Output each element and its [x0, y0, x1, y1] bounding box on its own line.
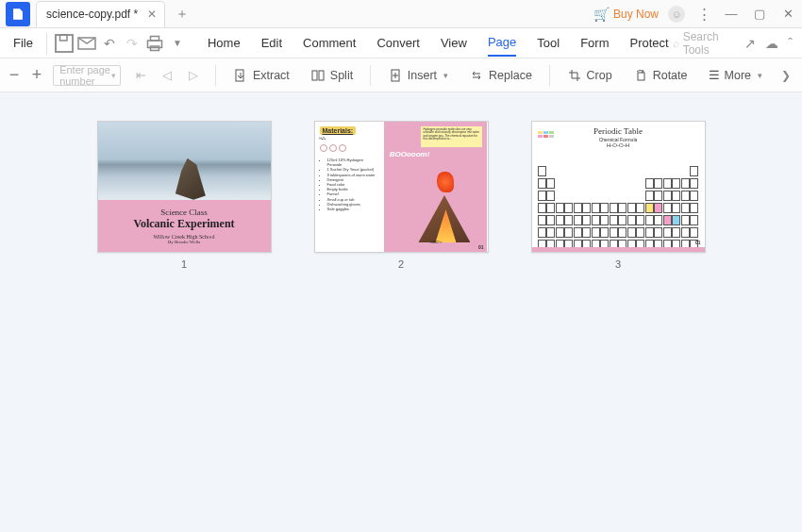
page-thumbnail[interactable]: Science Class Volcanic Experiment Willow… [97, 121, 272, 270]
svg-rect-1 [59, 35, 67, 41]
user-badge-icon[interactable]: ☺ [668, 6, 685, 23]
menu-edit[interactable]: Edit [261, 30, 282, 56]
svg-rect-6 [236, 70, 243, 81]
menu-home[interactable]: Home [208, 30, 241, 56]
zoom-out-button[interactable]: − [8, 65, 21, 86]
page-2-preview: Materials: H₂O₂ 125ml 10% Hydrogen Perox… [314, 121, 489, 253]
zoom-in-button[interactable]: + [30, 65, 43, 86]
more-button[interactable]: ☰ More ▾ [703, 65, 768, 85]
add-tab-button[interactable]: ＋ [173, 6, 192, 23]
hamburger-icon: ☰ [709, 68, 720, 82]
redo-icon[interactable]: ↷ [121, 32, 143, 55]
cart-icon: 🛒 [593, 7, 610, 22]
page-thumbnail[interactable]: Materials: H₂O₂ 125ml 10% Hydrogen Perox… [314, 121, 489, 270]
menu-page[interactable]: Page [488, 29, 516, 57]
cloud-icon[interactable]: ☁ [765, 36, 778, 51]
file-menu[interactable]: File [4, 36, 42, 50]
qat-dropdown-icon[interactable]: ▼ [166, 32, 189, 55]
page-toolbar: − + Enter page number ▾ ⇤ ◁ ▷ Extract Sp… [0, 58, 802, 92]
replace-button[interactable]: Replace [463, 65, 538, 86]
main-menu: Home Edit Comment Convert View Page Tool… [208, 29, 669, 57]
first-page-icon[interactable]: ⇤ [130, 65, 151, 86]
split-button[interactable]: Split [305, 65, 359, 86]
chevron-down-icon: ▾ [111, 71, 116, 80]
page-number-input[interactable]: Enter page number ▾ [53, 65, 121, 86]
page-nav-buttons: ⇤ ◁ ▷ [130, 65, 204, 86]
undo-icon[interactable]: ↶ [98, 32, 121, 55]
maximize-button[interactable]: ▢ [745, 1, 774, 27]
extract-button[interactable]: Extract [227, 65, 295, 86]
menu-view[interactable]: View [441, 30, 467, 56]
minimize-button[interactable]: — [717, 1, 745, 27]
collapse-ribbon-icon[interactable]: ˆ [788, 36, 793, 51]
page-number-label: 1 [181, 258, 187, 270]
more-options-icon[interactable]: ⋮ [689, 1, 717, 27]
svg-rect-0 [56, 35, 73, 52]
chevron-down-icon: ▾ [443, 71, 448, 80]
save-icon[interactable] [53, 32, 75, 55]
buy-now-link[interactable]: 🛒 Buy Now [593, 7, 659, 22]
svg-rect-8 [319, 71, 324, 80]
print-icon[interactable] [143, 32, 166, 55]
mail-icon[interactable] [75, 32, 98, 55]
page-thumbnail-canvas: Science Class Volcanic Experiment Willow… [0, 92, 802, 532]
overflow-chevron-icon[interactable]: ❯ [777, 69, 794, 82]
menu-comment[interactable]: Comment [303, 30, 356, 56]
rotate-button[interactable]: Rotate [627, 65, 693, 86]
insert-button[interactable]: Insert ▾ [382, 65, 454, 86]
menu-protect[interactable]: Protect [629, 30, 668, 56]
menu-tool[interactable]: Tool [537, 30, 560, 56]
crop-button[interactable]: Crop [561, 65, 618, 86]
share-icon[interactable]: ↗ [744, 36, 756, 51]
search-tools[interactable]: ⌕ Search Tools [673, 30, 736, 57]
search-icon: ⌕ [673, 37, 679, 50]
page-1-preview: Science Class Volcanic Experiment Willow… [97, 121, 272, 253]
quick-access-toolbar: ↶ ↷ ▼ [46, 32, 189, 55]
menu-form[interactable]: Form [580, 30, 609, 56]
svg-rect-4 [150, 36, 159, 41]
page-3-preview: Periodic Table Chemical Formula H-O-O-H … [531, 121, 706, 253]
window-controls: ☺ ⋮ — ▢ ✕ [668, 1, 802, 27]
page-number-label: 2 [398, 258, 404, 270]
svg-rect-7 [312, 71, 317, 80]
chevron-down-icon: ▾ [758, 71, 762, 80]
close-tab-icon[interactable]: ✕ [145, 8, 159, 21]
menubar: File ↶ ↷ ▼ Home Edit Comment Convert Vie… [0, 28, 802, 58]
close-window-button[interactable]: ✕ [774, 1, 802, 27]
page-number-label: 3 [615, 258, 621, 270]
app-logo-icon [6, 2, 30, 26]
svg-rect-10 [638, 73, 644, 80]
menu-convert[interactable]: Convert [376, 30, 420, 56]
prev-page-icon[interactable]: ◁ [157, 65, 177, 86]
next-page-icon[interactable]: ▷ [183, 65, 204, 86]
titlebar: science-copy.pdf * ✕ ＋ 🛒 Buy Now ☺ ⋮ — ▢… [0, 0, 802, 28]
document-tab[interactable]: science-copy.pdf * ✕ [36, 1, 165, 27]
tab-title: science-copy.pdf * [46, 8, 138, 21]
page-thumbnail[interactable]: Periodic Table Chemical Formula H-O-O-H … [531, 121, 706, 270]
corner-icons: ↗ ☁ ˆ [744, 36, 793, 51]
